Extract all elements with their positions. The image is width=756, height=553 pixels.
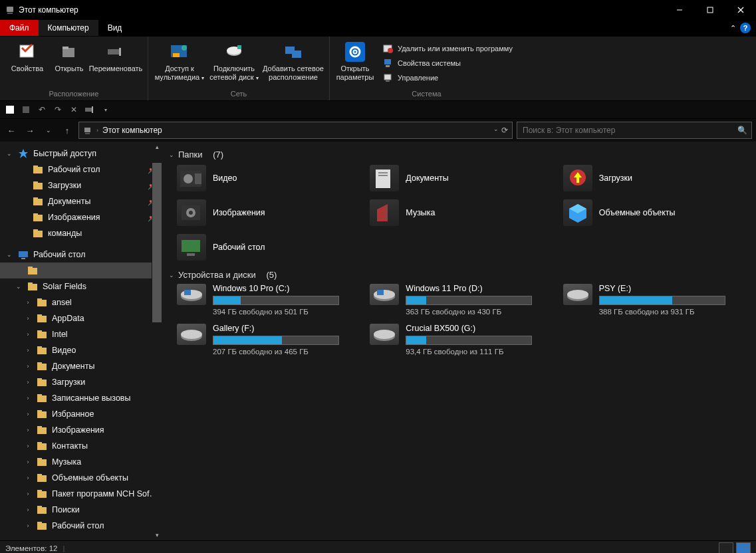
drive-item[interactable]: Gallery (F:) 207 ГБ свободно из 465 ГБ bbox=[177, 324, 363, 356]
expand-arrow-icon[interactable]: › bbox=[24, 315, 32, 322]
sidebar-qa-item[interactable]: команды bbox=[0, 225, 162, 241]
sidebar-desktop[interactable]: ⌄ Рабочий стол bbox=[0, 247, 162, 263]
back-button[interactable]: ← bbox=[4, 123, 19, 138]
drive-icon bbox=[177, 284, 206, 305]
sidebar-user-item[interactable]: › Поиски bbox=[0, 502, 162, 518]
expand-arrow-icon[interactable]: › bbox=[24, 427, 32, 433]
folder-item[interactable]: Документы bbox=[370, 164, 556, 193]
drive-item[interactable]: PSY (E:) 388 ГБ свободно из 931 ГБ bbox=[563, 284, 749, 316]
open-button[interactable]: Открыть bbox=[51, 39, 88, 73]
large-icons-view-button[interactable] bbox=[736, 542, 751, 553]
sidebar-user-item[interactable]: › Загрузки bbox=[0, 374, 162, 390]
scroll-up-icon[interactable]: ▴ bbox=[152, 142, 162, 152]
address-bar[interactable]: › Этот компьютер ⌄ ⟳ bbox=[78, 122, 513, 139]
folder-item[interactable]: Рабочий стол bbox=[177, 233, 363, 262]
folder-item[interactable]: Музыка bbox=[370, 198, 556, 227]
qat-customize-icon[interactable]: ▾ bbox=[100, 104, 112, 116]
minimize-ribbon-button[interactable]: ⌃ bbox=[730, 24, 736, 33]
help-button[interactable]: ? bbox=[740, 23, 751, 33]
sidebar-user-item[interactable]: › Записанные вызовы bbox=[0, 390, 162, 406]
search-box[interactable]: 🔍 bbox=[517, 122, 752, 139]
rename-button[interactable]: Переименовать bbox=[88, 39, 144, 73]
drive-item[interactable]: Windows 11 Pro (D:) 363 ГБ свободно из 4… bbox=[370, 284, 556, 316]
media-access-button[interactable]: Доступ к мультимедиа ▾ bbox=[152, 39, 207, 81]
sidebar-qa-item[interactable]: Рабочий стол 📌 bbox=[0, 162, 162, 177]
refresh-button[interactable]: ⟳ bbox=[501, 126, 508, 135]
expand-arrow-icon[interactable]: › bbox=[24, 347, 32, 354]
sidebar-selected-item[interactable] bbox=[0, 263, 162, 278]
uninstall-program-button[interactable]: Удалить или изменить программу bbox=[380, 42, 515, 55]
expand-arrow-icon[interactable]: › bbox=[24, 395, 32, 401]
expand-arrow-icon[interactable]: ⌄ bbox=[5, 150, 13, 157]
folders-section-header[interactable]: ⌄ Папки (7) bbox=[169, 150, 749, 160]
up-button[interactable]: ↑ bbox=[60, 123, 74, 138]
expand-arrow-icon[interactable]: › bbox=[24, 522, 32, 529]
breadcrumb[interactable]: Этот компьютер bbox=[102, 126, 162, 135]
qat-rename-icon[interactable] bbox=[84, 104, 96, 116]
tab-computer[interactable]: Компьютер bbox=[39, 20, 98, 36]
folder-item[interactable]: Загрузки bbox=[563, 164, 749, 193]
sidebar-user-item[interactable]: › AppData bbox=[0, 310, 162, 326]
expand-arrow-icon[interactable]: › bbox=[24, 475, 32, 481]
expand-arrow-icon[interactable]: › bbox=[24, 443, 32, 449]
sidebar-user-item[interactable]: › Пакет программ NCH Software bbox=[0, 486, 162, 502]
expand-arrow-icon[interactable]: › bbox=[24, 331, 32, 338]
expand-arrow-icon[interactable]: › bbox=[24, 411, 32, 417]
drives-section-header[interactable]: ⌄ Устройства и диски (5) bbox=[169, 270, 749, 280]
expand-arrow-icon[interactable]: › bbox=[24, 363, 32, 370]
properties-button[interactable]: Свойства bbox=[4, 39, 51, 73]
map-drive-button[interactable]: Подключить сетевой диск ▾ bbox=[207, 39, 261, 81]
expand-arrow-icon[interactable]: › bbox=[24, 379, 32, 386]
sidebar-qa-item[interactable]: Изображения 📌 bbox=[0, 209, 162, 225]
sidebar-user-item[interactable]: › Музыка bbox=[0, 454, 162, 470]
scroll-down-icon[interactable]: ▾ bbox=[152, 530, 162, 540]
drive-item[interactable]: Crucial BX500 (G:) 93,4 ГБ свободно из 1… bbox=[370, 324, 556, 356]
expand-arrow-icon[interactable]: › bbox=[24, 506, 32, 513]
folder-item[interactable]: Видео bbox=[177, 164, 363, 193]
qat-redo-icon[interactable]: ↷ bbox=[52, 104, 64, 116]
recent-locations-button[interactable]: ⌄ bbox=[41, 123, 56, 138]
folder-item[interactable]: Объемные объекты bbox=[563, 198, 749, 227]
app-icon bbox=[5, 5, 15, 15]
expand-arrow-icon[interactable]: ⌄ bbox=[15, 283, 23, 290]
expand-arrow-icon[interactable]: › bbox=[24, 459, 32, 465]
sidebar-user-item[interactable]: › Объемные объекты bbox=[0, 470, 162, 486]
qat-paste-icon[interactable] bbox=[20, 104, 32, 116]
tab-view[interactable]: Вид bbox=[98, 20, 132, 36]
sidebar-user-item[interactable]: › Контакты bbox=[0, 438, 162, 454]
scrollbar-thumb[interactable] bbox=[152, 163, 162, 322]
sidebar-user-item[interactable]: › Документы bbox=[0, 358, 162, 374]
qat-delete-icon[interactable]: ✕ bbox=[68, 104, 80, 116]
folder-item[interactable]: Изображения bbox=[177, 198, 363, 227]
sidebar-user-item[interactable]: › Рабочий стол bbox=[0, 518, 162, 534]
tab-file[interactable]: Файл bbox=[0, 20, 39, 36]
search-input[interactable] bbox=[521, 125, 737, 136]
system-properties-button[interactable]: Свойства системы bbox=[380, 56, 515, 70]
sidebar-qa-item[interactable]: Документы 📌 bbox=[0, 193, 162, 209]
qat-checkbox-icon[interactable] bbox=[4, 104, 16, 116]
address-dropdown-button[interactable]: ⌄ bbox=[493, 126, 499, 135]
sidebar-qa-item[interactable]: Загрузки 📌 bbox=[0, 177, 162, 193]
drive-item[interactable]: Windows 10 Pro (C:) 394 ГБ свободно из 5… bbox=[177, 284, 363, 316]
sidebar-quick-access[interactable]: ⌄ Быстрый доступ bbox=[0, 146, 162, 162]
maximize-button[interactable] bbox=[695, 0, 725, 20]
sidebar-scrollbar[interactable]: ▴ ▾ bbox=[152, 142, 162, 540]
sidebar-user-item[interactable]: › Intel bbox=[0, 326, 162, 342]
sidebar-user-item[interactable]: › ansel bbox=[0, 294, 162, 310]
minimize-button[interactable] bbox=[664, 0, 695, 20]
sidebar-user[interactable]: ⌄ Solar Fields bbox=[0, 278, 162, 294]
manage-button[interactable]: Управление bbox=[380, 71, 515, 84]
expand-arrow-icon[interactable]: › bbox=[24, 299, 32, 306]
tree-item-label: Загрузки bbox=[48, 181, 144, 190]
close-button[interactable] bbox=[725, 0, 756, 20]
qat-undo-icon[interactable]: ↶ bbox=[36, 104, 48, 116]
forward-button[interactable]: → bbox=[23, 123, 37, 138]
expand-arrow-icon[interactable]: ⌄ bbox=[5, 251, 13, 258]
settings-button[interactable]: Открыть параметры bbox=[334, 39, 376, 81]
expand-arrow-icon[interactable]: › bbox=[24, 491, 32, 497]
sidebar-user-item[interactable]: › Избранное bbox=[0, 406, 162, 422]
sidebar-user-item[interactable]: › Видео bbox=[0, 342, 162, 358]
sidebar-user-item[interactable]: › Изображения bbox=[0, 422, 162, 438]
add-network-location-button[interactable]: Добавить сетевое расположение bbox=[261, 39, 325, 81]
details-view-button[interactable] bbox=[719, 542, 733, 553]
